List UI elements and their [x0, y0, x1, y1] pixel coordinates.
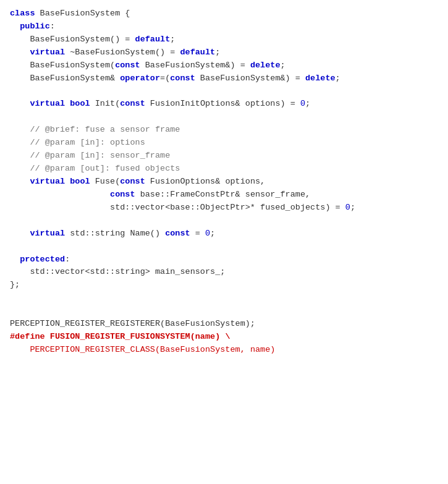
code-line: class BaseFusionSystem {	[0, 7, 448, 20]
code-token	[65, 98, 70, 111]
code-line	[0, 292, 448, 305]
code-line: };	[0, 279, 448, 292]
code-token: ;	[281, 59, 285, 72]
code-token: virtual	[30, 176, 65, 189]
code-token: ;	[305, 98, 310, 111]
code-token: delete	[250, 59, 281, 72]
code-line: BaseFusionSystem& operator=(const BaseFu…	[0, 72, 448, 85]
code-token: FUSION_REGISTER_FUSIONSYSTEM	[50, 331, 190, 344]
code-token: PERCEPTION_REGISTER_REGISTERER(BaseFusio…	[10, 318, 255, 331]
code-line: virtual bool Init(const FusionInitOption…	[0, 98, 448, 111]
code-token	[10, 46, 30, 59]
code-line	[0, 240, 448, 253]
code-token: BaseFusionSystem(	[10, 59, 115, 72]
code-line: public:	[0, 20, 448, 33]
code-token: ;	[215, 46, 220, 59]
code-token: const	[120, 176, 145, 189]
code-token: public	[20, 20, 50, 33]
code-line: // @param [in]: sensor_frame	[0, 150, 448, 163]
code-token: Init(	[90, 98, 120, 111]
code-token: operator	[120, 72, 160, 85]
code-token: Fuse(	[90, 176, 120, 189]
code-token	[10, 227, 30, 240]
code-token: bool	[70, 176, 90, 189]
code-token: // @param [in]: sensor_frame	[10, 150, 170, 163]
code-token	[10, 98, 30, 111]
code-token: :	[50, 20, 55, 33]
code-token: delete	[305, 72, 336, 85]
code-token: PERCEPTION_REGISTER_CLASS	[30, 344, 155, 357]
code-token: BaseFusionSystem() =	[10, 33, 135, 46]
code-token: default	[180, 46, 215, 59]
code-token: (name) \	[190, 331, 230, 344]
code-token: ~BaseFusionSystem() =	[65, 46, 180, 59]
code-token: const	[120, 98, 145, 111]
code-token: // @param [in]: options	[10, 137, 145, 150]
code-token: std::string Name()	[65, 227, 165, 240]
code-token: BaseFusionSystem {	[35, 7, 130, 20]
code-token: ;	[210, 227, 215, 240]
code-line	[0, 111, 448, 124]
code-token: ;	[350, 202, 355, 214]
code-line: // @param [out]: fused objects	[0, 163, 448, 176]
code-token: const	[115, 59, 140, 72]
code-line: std::vector<base::ObjectPtr>* fused_obje…	[0, 202, 448, 214]
code-line	[0, 305, 448, 318]
code-token: std::vector<base::ObjectPtr>* fused_obje…	[10, 202, 345, 214]
code-token	[45, 331, 50, 344]
code-line: BaseFusionSystem() = default;	[0, 33, 448, 46]
code-token	[10, 176, 30, 189]
code-container: class BaseFusionSystem { public: BaseFus…	[0, 0, 448, 484]
code-line: std::vector<std::string> main_sensors_;	[0, 266, 448, 279]
code-token: virtual	[30, 227, 65, 240]
code-token: =(	[160, 72, 170, 85]
code-token: (BaseFusionSystem, name)	[155, 344, 275, 357]
code-line: virtual std::string Name() const = 0;	[0, 227, 448, 240]
code-token: bool	[70, 98, 90, 111]
code-token	[10, 189, 110, 202]
code-line	[0, 214, 448, 227]
code-line: BaseFusionSystem(const BaseFusionSystem&…	[0, 59, 448, 72]
code-token: virtual	[30, 98, 65, 111]
code-line: virtual bool Fuse(const FusionOptions& o…	[0, 176, 448, 189]
code-token: base::FrameConstPtr& sensor_frame,	[135, 189, 311, 202]
code-token: const	[170, 72, 195, 85]
code-token	[10, 20, 20, 33]
code-line: PERCEPTION_REGISTER_REGISTERER(BaseFusio…	[0, 318, 448, 331]
code-token: std::vector<std::string> main_sensors_;	[10, 266, 225, 279]
code-token: BaseFusionSystem&) =	[140, 59, 250, 72]
code-token: ;	[336, 72, 340, 85]
code-token: ;	[170, 33, 175, 46]
code-token: 0	[345, 202, 350, 214]
code-token: virtual	[30, 46, 65, 59]
code-token: // @brief: fuse a sensor frame	[10, 124, 180, 137]
code-token: };	[10, 279, 20, 292]
code-token: 0	[300, 98, 305, 111]
code-token: FusionInitOptions& options) =	[145, 98, 300, 111]
code-token: =	[190, 227, 205, 240]
code-line: // @param [in]: options	[0, 137, 448, 150]
code-token: #define	[10, 331, 45, 344]
code-token: BaseFusionSystem&	[10, 72, 120, 85]
code-line: // @brief: fuse a sensor frame	[0, 124, 448, 137]
code-token: // @param [out]: fused objects	[10, 163, 180, 176]
code-line: protected:	[0, 253, 448, 266]
code-token: 0	[205, 227, 210, 240]
code-token: protected	[20, 253, 65, 266]
code-token: BaseFusionSystem&) =	[195, 72, 305, 85]
code-token	[10, 253, 20, 266]
code-line: const base::FrameConstPtr& sensor_frame,	[0, 189, 448, 202]
code-line: PERCEPTION_REGISTER_CLASS(BaseFusionSyst…	[0, 344, 448, 357]
code-line: #define FUSION_REGISTER_FUSIONSYSTEM(nam…	[0, 331, 448, 344]
code-token: const	[110, 189, 135, 202]
code-token: FusionOptions& options,	[145, 176, 265, 189]
code-line: virtual ~BaseFusionSystem() = default;	[0, 46, 448, 59]
code-line	[0, 85, 448, 98]
code-token: default	[135, 33, 171, 46]
code-lines: class BaseFusionSystem { public: BaseFus…	[0, 7, 448, 357]
code-token	[65, 176, 70, 189]
code-token: :	[65, 253, 70, 266]
code-token: const	[165, 227, 190, 240]
code-token: class	[10, 7, 35, 20]
code-token	[10, 344, 30, 357]
